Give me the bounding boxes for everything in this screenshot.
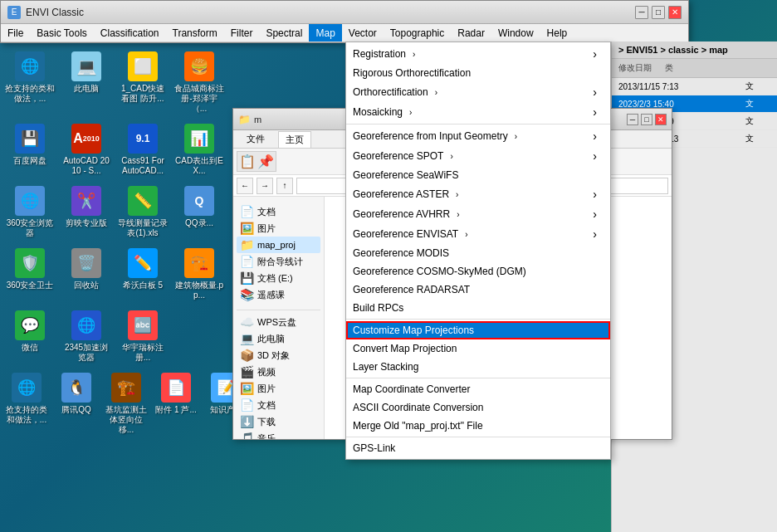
desktop-icon-2345browser[interactable]: 🌐 2345加速浏览器 xyxy=(58,307,115,366)
desktop-icon-wechat[interactable]: 💬 微信 xyxy=(2,307,58,366)
menu-map[interactable]: Map xyxy=(309,24,341,41)
desktop-icon-building[interactable]: 🏗️ 建筑物概量.pp... xyxy=(171,245,227,304)
close-button[interactable]: ✕ xyxy=(668,6,682,19)
fe-sidebar-wps[interactable]: ☁️ WPS云盘 xyxy=(237,314,320,330)
fe-sidebar-mycomputer[interactable]: 💻 此电脑 xyxy=(237,330,320,347)
fe-sidebar-docs[interactable]: 📄 文档 xyxy=(237,203,320,220)
right-panel-row-1[interactable]: 2013/11/15 7:13 文 xyxy=(612,78,777,95)
menu-entry-merge-map-proj[interactable]: Merge Old "map_proj.txt" File xyxy=(346,417,610,435)
menu-entry-georef-spot-label: Georeference SPOT xyxy=(353,150,443,162)
desktop-icon-jianying[interactable]: ✂️ 剪映专业版 xyxy=(58,183,115,242)
desktop-icon-browser-class2[interactable]: 🌐 抢支持的类和做法，... xyxy=(2,369,51,438)
menu-vector[interactable]: Vector xyxy=(342,24,384,41)
fe-sidebar-line-icon: 📄 xyxy=(240,255,254,268)
desktop-icon-recycle[interactable]: 🗑️ 回收站 xyxy=(58,245,115,304)
desktop-icon-360browser[interactable]: 🌐 360安全浏览器 xyxy=(2,183,58,242)
fe-sidebar-video[interactable]: 🎬 视频 xyxy=(237,364,320,380)
desktop-icon-360guard[interactable]: 🛡️ 360安全卫士 xyxy=(2,245,58,304)
menu-entry-georef-modis[interactable]: Georeference MODIS xyxy=(346,244,610,262)
minimize-button[interactable]: ─ xyxy=(635,6,648,19)
fe-toolbar-paste-icon[interactable]: 📌 xyxy=(257,154,274,169)
fe-sidebar-3d[interactable]: 📦 3D 对象 xyxy=(237,347,320,364)
fe-sidebar-edrive[interactable]: 💾 文档 (E:) xyxy=(237,270,320,286)
menu-entry-registration[interactable]: Registration › xyxy=(346,44,610,64)
menu-classification[interactable]: Classification xyxy=(94,24,166,41)
menu-entry-map-coord[interactable]: Map Coordinate Converter xyxy=(346,380,610,398)
menu-entry-georef-spot[interactable]: Georeference SPOT › xyxy=(346,146,610,166)
menu-topographic[interactable]: Topographic xyxy=(384,24,451,41)
georef-aster-arrow-icon: › xyxy=(456,190,458,199)
huayu-icon: 🔤 xyxy=(128,310,158,340)
attachment-label: 附件 1 芦... xyxy=(155,405,196,415)
baidu-icon: 💾 xyxy=(15,124,45,154)
menu-entry-customize-map[interactable]: Customize Map Projections xyxy=(346,321,610,339)
menu-radar[interactable]: Radar xyxy=(451,24,491,41)
menu-entry-georef-seawifs[interactable]: Georeference SeaWiFS xyxy=(346,166,610,184)
menu-transform[interactable]: Transform xyxy=(166,24,224,41)
fe-maximize[interactable]: □ xyxy=(641,114,652,125)
fe-sidebar-video-label: 视频 xyxy=(257,366,276,378)
fe-sidebar-pictures[interactable]: 🖼️ 图片 xyxy=(237,380,320,397)
fe-back-button[interactable]: ← xyxy=(237,178,253,194)
menu-entry-mosaicking[interactable]: Mosaicking › xyxy=(346,102,610,122)
desktop-icon-baidu[interactable]: 💾 百度网盘 xyxy=(2,120,58,179)
menu-entry-georef-aster[interactable]: Georeference ASTER › xyxy=(346,184,610,204)
menu-basic-tools[interactable]: Basic Tools xyxy=(30,24,93,41)
menu-entry-gps-link-label: GPS-Link xyxy=(353,442,395,454)
fe-sidebar-pics[interactable]: 🖼️ 图片 xyxy=(237,220,320,237)
desktop-icon-pit[interactable]: 🏗️ 基坑监测土体竖向位移... xyxy=(101,369,151,438)
window-controls: ─ □ ✕ xyxy=(635,6,682,19)
fe-sidebar-remote[interactable]: 📚 遥感课 xyxy=(237,286,320,303)
menu-entry-georef-cosmo[interactable]: Georeference COSMO-SkyMed (DGM) xyxy=(346,262,610,281)
desktop-icon-food[interactable]: 🍔 食品城商标注册-郑泽宇（... xyxy=(171,48,227,117)
menu-entry-gps-link[interactable]: GPS-Link xyxy=(346,439,610,457)
menu-filter[interactable]: Filter xyxy=(224,24,260,41)
fe-sidebar-downloads[interactable]: ⬇️ 下载 xyxy=(237,413,320,430)
window-title: ENVI Classic xyxy=(26,7,635,18)
fe-sidebar-music[interactable]: 🎵 音乐 xyxy=(237,430,320,439)
desktop-icon-qq[interactable]: 🐧 腾讯QQ xyxy=(51,369,101,438)
menu-entry-convert-map[interactable]: Convert Map Projection xyxy=(346,339,610,358)
fe-up-button[interactable]: ↑ xyxy=(276,178,293,194)
menu-entry-georef-radarsat[interactable]: Georeference RADARSAT xyxy=(346,281,610,299)
desktop-icon-xiwobaiboard[interactable]: ✏️ 希沃白板 5 xyxy=(115,245,171,304)
fe-sidebar-line[interactable]: 📄 附合导线计 xyxy=(237,253,320,270)
desktop-icon-huayu[interactable]: 🔤 华宇瑞标注册... xyxy=(115,307,171,366)
menu-entry-ortho[interactable]: Orthorectification › xyxy=(346,82,610,102)
fe-sidebar-pics-label: 图片 xyxy=(257,222,276,235)
menu-entry-georef-envisat[interactable]: Georeference ENVISAT › xyxy=(346,224,610,244)
fe-sidebar-documents[interactable]: 📄 文档 xyxy=(237,397,320,413)
menu-entry-build-rpcs[interactable]: Build RPCs xyxy=(346,299,610,317)
desktop-icon-computer[interactable]: 💻 此电脑 xyxy=(58,48,115,117)
menu-entry-rigorous[interactable]: Rigorous Orthorectification xyxy=(346,64,610,82)
fe-tab-file[interactable]: 文件 xyxy=(240,131,271,147)
fe-tab-home[interactable]: 主页 xyxy=(278,131,311,148)
right-panel-date-1: 2013/11/15 7:13 xyxy=(618,82,745,91)
cad-export-icon: 📊 xyxy=(184,124,214,154)
desktop-icon-cad-export[interactable]: 📊 CAD表出到EX... xyxy=(171,120,227,179)
maximize-button[interactable]: □ xyxy=(652,6,665,19)
fe-forward-button[interactable]: → xyxy=(257,178,273,194)
map-dropdown-menu: Registration › Rigorous Orthorectificati… xyxy=(345,41,611,460)
desktop-icon-cad-quick[interactable]: ⬜ 1_CAD快速看图 防升... xyxy=(115,48,171,117)
menu-entry-layer-stacking[interactable]: Layer Stacking xyxy=(346,358,610,376)
menu-window[interactable]: Window xyxy=(491,24,540,41)
menu-help[interactable]: Help xyxy=(540,24,574,41)
menu-entry-georef-avhrr[interactable]: Georeference AVHRR › xyxy=(346,204,610,224)
desktop-icon-browser-class[interactable]: 🌐 抢支持的类和做法，... xyxy=(2,48,58,117)
menu-file[interactable]: File xyxy=(1,24,30,41)
desktop-icon-survey[interactable]: 📏 导线测量记录表(1).xls xyxy=(115,183,171,242)
desktop-icon-attachment[interactable]: 📄 附件 1 芦... xyxy=(151,369,201,438)
desktop-icon-cass[interactable]: 9.1 Cass91 For AutoCAD... xyxy=(115,120,171,179)
fe-minimize[interactable]: ─ xyxy=(627,114,638,125)
menu-spectral[interactable]: Spectral xyxy=(259,24,309,41)
fe-sidebar-docs-label: 文档 xyxy=(257,206,276,218)
menu-entry-georef-avhrr-label: Georeference AVHRR xyxy=(353,208,450,220)
menu-entry-ascii-coord[interactable]: ASCII Coordinate Conversion xyxy=(346,398,610,417)
fe-close[interactable]: ✕ xyxy=(655,114,667,125)
fe-toolbar-copy-icon[interactable]: 📋 xyxy=(239,154,256,169)
desktop-icon-qq-record[interactable]: Q QQ录... xyxy=(171,183,227,242)
desktop-icon-autocad[interactable]: A2010 AutoCAD 2010 - S... xyxy=(58,120,115,179)
fe-sidebar-map-proj[interactable]: 📁 map_proj xyxy=(237,237,320,253)
menu-entry-georef-input[interactable]: Georeference from Input Geometry › xyxy=(346,126,610,146)
